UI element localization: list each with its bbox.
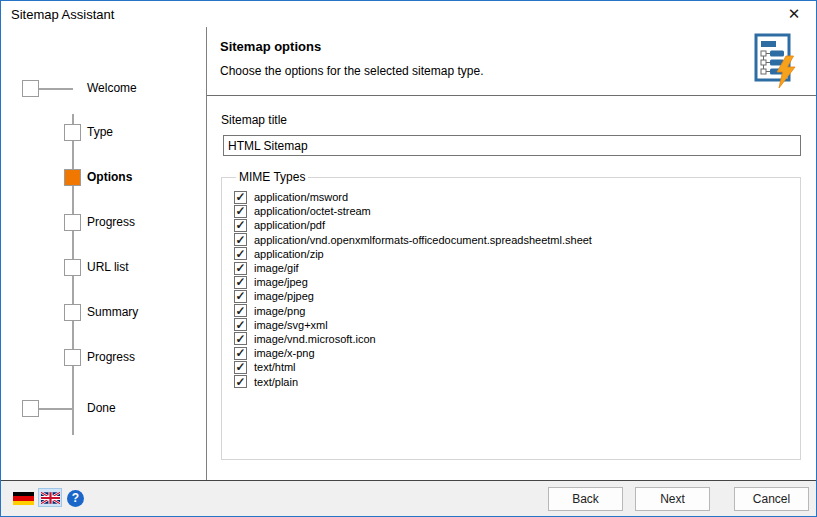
step-label-url-list: URL list — [87, 259, 129, 276]
step-label-done: Done — [87, 400, 116, 417]
page-header: Sitemap options Choose the options for t… — [207, 27, 816, 96]
mime-type-label: image/gif — [254, 262, 299, 274]
mime-checkbox[interactable] — [234, 347, 247, 360]
mime-type-row: application/msword — [234, 190, 800, 204]
step-connector-line — [38, 88, 73, 90]
close-icon[interactable]: ✕ — [785, 5, 803, 23]
mime-checkbox[interactable] — [234, 304, 247, 317]
step-marker-options-active — [64, 169, 81, 186]
mime-type-row: image/svg+xml — [234, 318, 800, 332]
mime-type-row: text/html — [234, 360, 800, 374]
mime-type-row: image/vnd.microsoft.icon — [234, 332, 800, 346]
step-marker-url-list — [64, 259, 81, 276]
mime-type-label: image/jpeg — [254, 276, 308, 288]
mime-checkbox[interactable] — [234, 205, 247, 218]
mime-types-group-label: MIME Types — [236, 170, 308, 184]
mime-type-row: image/jpeg — [234, 275, 800, 289]
step-marker-type — [64, 124, 81, 141]
mime-type-label: text/plain — [254, 376, 298, 388]
mime-type-label: application/pdf — [254, 219, 325, 231]
options-form: Sitemap title MIME Types application/msw… — [207, 96, 816, 480]
mime-checkbox[interactable] — [234, 318, 247, 331]
mime-type-row: application/pdf — [234, 218, 800, 232]
step-marker-done — [22, 400, 39, 417]
mime-type-label: application/vnd.openxmlformats-officedoc… — [254, 234, 592, 246]
mime-checkbox[interactable] — [234, 361, 247, 374]
step-label-options: Options — [87, 169, 132, 186]
cancel-button[interactable]: Cancel — [734, 487, 809, 511]
step-label-progress-2: Progress — [87, 349, 135, 366]
step-connector-line — [38, 408, 73, 410]
mime-type-label: application/zip — [254, 248, 324, 260]
mime-checkbox[interactable] — [234, 375, 247, 388]
mime-type-label: image/vnd.microsoft.icon — [254, 333, 376, 345]
mime-type-row: image/gif — [234, 261, 800, 275]
back-button[interactable]: Back — [548, 487, 623, 511]
mime-type-label: image/x-png — [254, 347, 315, 359]
mime-checkbox[interactable] — [234, 276, 247, 289]
mime-type-row: application/octet-stream — [234, 204, 800, 218]
step-marker-welcome — [22, 80, 39, 97]
mime-checkbox[interactable] — [234, 262, 247, 275]
sitemap-lightning-icon — [754, 33, 798, 89]
mime-type-label: application/octet-stream — [254, 205, 371, 217]
footer-bar: ? Back Next Cancel — [1, 480, 816, 516]
step-label-progress: Progress — [87, 214, 135, 231]
title-bar: Sitemap Assistant ✕ — [1, 1, 816, 27]
mime-checkbox[interactable] — [234, 247, 247, 260]
page-title: Sitemap options — [220, 39, 321, 54]
step-label-welcome: Welcome — [87, 80, 137, 97]
mime-checkbox[interactable] — [234, 191, 247, 204]
mime-checkbox[interactable] — [234, 233, 247, 246]
mime-types-groupbox: MIME Types application/msword applicatio… — [221, 170, 801, 460]
step-marker-progress — [64, 214, 81, 231]
mime-type-label: application/msword — [254, 191, 348, 203]
mime-type-row: image/png — [234, 304, 800, 318]
mime-type-label: text/html — [254, 361, 296, 373]
mime-type-row: application/vnd.openxmlformats-officedoc… — [234, 233, 800, 247]
uk-flag-icon — [41, 492, 60, 504]
mime-type-label: image/png — [254, 305, 305, 317]
mime-type-row: text/plain — [234, 374, 800, 388]
page-subtitle: Choose the options for the selected site… — [220, 64, 484, 78]
mime-type-row: image/pjpeg — [234, 289, 800, 303]
german-flag-button[interactable] — [13, 492, 34, 505]
mime-type-label: image/svg+xml — [254, 319, 328, 331]
sitemap-title-input[interactable] — [223, 135, 801, 156]
next-button[interactable]: Next — [635, 487, 710, 511]
mime-checkbox[interactable] — [234, 290, 247, 303]
mime-checkbox[interactable] — [234, 219, 247, 232]
mime-type-row: image/x-png — [234, 346, 800, 360]
step-label-summary: Summary — [87, 304, 138, 321]
mime-checkbox[interactable] — [234, 332, 247, 345]
sitemap-assistant-window: Sitemap Assistant ✕ Welcome Type Options… — [0, 0, 817, 517]
step-marker-summary — [64, 304, 81, 321]
mime-type-label: image/pjpeg — [254, 290, 314, 302]
step-label-type: Type — [87, 124, 113, 141]
sitemap-title-label: Sitemap title — [221, 113, 287, 127]
uk-flag-button[interactable] — [38, 488, 62, 507]
mime-type-row: application/zip — [234, 247, 800, 261]
help-icon[interactable]: ? — [67, 490, 84, 507]
step-marker-progress-2 — [64, 349, 81, 366]
window-title: Sitemap Assistant — [11, 7, 114, 22]
wizard-steps-sidebar: Welcome Type Options Progress URL list S… — [1, 27, 206, 480]
